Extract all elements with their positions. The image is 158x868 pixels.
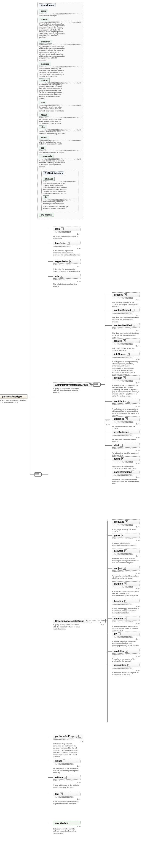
attributes-group: ☰ attributes partid The identifier of th… xyxy=(38,2,83,9)
list-icon: ☰ xyxy=(41,4,43,7)
